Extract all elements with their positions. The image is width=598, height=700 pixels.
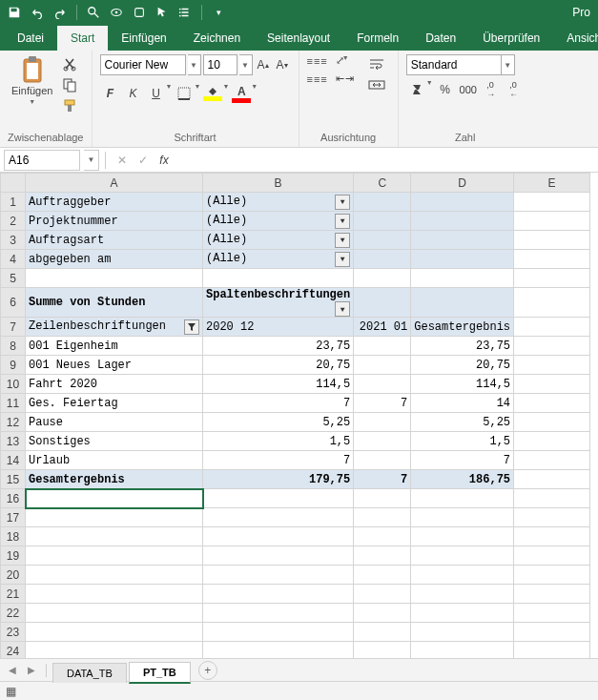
cell-D9[interactable]: 20,75 — [411, 356, 514, 375]
cell-C22[interactable] — [354, 604, 411, 623]
decrease-font-button[interactable]: A▾ — [274, 54, 291, 75]
tab-daten[interactable]: Daten — [412, 26, 469, 51]
cell-B24[interactable] — [203, 642, 354, 659]
cell-B14[interactable]: 7 — [203, 451, 354, 470]
tab-datei[interactable]: Datei — [4, 26, 57, 51]
qat-preview-icon[interactable] — [106, 2, 127, 23]
cell-B8[interactable]: 23,75 — [203, 337, 354, 356]
cell-B4[interactable]: (Alle)▼ — [203, 250, 354, 269]
decrease-decimal-button[interactable]: ,0← — [504, 79, 525, 100]
cell-E6[interactable] — [514, 288, 590, 318]
cell-A14[interactable]: Urlaub — [26, 451, 203, 470]
tab-formeln[interactable]: Formeln — [343, 26, 412, 51]
underline-button[interactable]: U — [146, 83, 167, 104]
cell-A23[interactable] — [26, 623, 203, 642]
tab-seitenlayout[interactable]: Seitenlayout — [254, 26, 343, 51]
col-header-D[interactable]: D — [411, 174, 514, 193]
cell-E18[interactable] — [514, 527, 590, 546]
sheet-nav-prev-icon[interactable]: ◀ — [4, 662, 21, 679]
cell-D21[interactable] — [411, 585, 514, 604]
col-header-C[interactable]: C — [354, 174, 411, 193]
cell-C9[interactable] — [354, 356, 411, 375]
cell-D13[interactable]: 1,5 — [411, 432, 514, 451]
cell-B20[interactable] — [203, 566, 354, 585]
row-header-16[interactable]: 16 — [1, 489, 26, 508]
col-header-B[interactable]: B — [203, 174, 354, 193]
cell-A3[interactable]: Auftragsart — [26, 231, 203, 250]
font-color-dropdown-icon[interactable]: ▼ — [251, 83, 258, 104]
increase-decimal-button[interactable]: ,0→ — [481, 79, 502, 100]
cell-E20[interactable] — [514, 566, 590, 585]
border-button[interactable] — [174, 83, 195, 104]
row-header-10[interactable]: 10 — [1, 375, 26, 394]
cell-E24[interactable] — [514, 642, 590, 659]
cell-B6[interactable]: Spaltenbeschriftungen▼ — [203, 288, 354, 318]
name-box[interactable]: A16 — [4, 150, 80, 171]
cell-B3[interactable]: (Alle)▼ — [203, 231, 354, 250]
cell-A7[interactable]: Zeilenbeschriftungen — [26, 318, 203, 337]
cell-C12[interactable] — [354, 413, 411, 432]
cell-C14[interactable] — [354, 451, 411, 470]
cell-A11[interactable]: Ges. Feiertag — [26, 394, 203, 413]
number-format-dropdown-icon[interactable]: ▼ — [502, 54, 515, 75]
cell-E4[interactable] — [514, 250, 590, 269]
cell-B19[interactable] — [203, 546, 354, 566]
cell-B18[interactable] — [203, 527, 354, 546]
row-header-20[interactable]: 20 — [1, 566, 26, 585]
cell-A18[interactable] — [26, 527, 203, 546]
row-header-2[interactable]: 2 — [1, 212, 26, 231]
cell-C11[interactable]: 7 — [354, 394, 411, 413]
cell-B16[interactable] — [203, 489, 354, 508]
cell-A24[interactable] — [26, 642, 203, 659]
cell-D22[interactable] — [411, 604, 514, 623]
formula-input[interactable] — [175, 150, 598, 171]
row-header-5[interactable]: 5 — [1, 269, 26, 288]
cell-D6[interactable] — [411, 288, 514, 318]
cell-A15[interactable]: Gesamtergebnis — [26, 470, 203, 489]
cell-C17[interactable] — [354, 508, 411, 527]
row-header-9[interactable]: 9 — [1, 356, 26, 375]
merge-center-button[interactable] — [363, 75, 390, 94]
row-header-12[interactable]: 12 — [1, 413, 26, 432]
font-size-select[interactable]: 10 — [203, 54, 237, 75]
cell-A10[interactable]: Fahrt 2020 — [26, 375, 203, 394]
cell-A4[interactable]: abgegeben am — [26, 250, 203, 269]
cell-D24[interactable] — [411, 642, 514, 659]
qat-search-icon[interactable] — [83, 2, 104, 23]
row-header-23[interactable]: 23 — [1, 623, 26, 642]
cell-E22[interactable] — [514, 604, 590, 623]
font-size-dropdown-icon[interactable]: ▼ — [239, 54, 253, 75]
cell-B1[interactable]: (Alle)▼ — [203, 193, 354, 212]
cell-C15[interactable]: 7 — [354, 470, 411, 489]
fill-color-button[interactable] — [202, 83, 223, 104]
align-bottom-button[interactable]: ≡ — [320, 54, 326, 67]
row-header-13[interactable]: 13 — [1, 432, 26, 451]
filter-drop-1[interactable]: ▼ — [335, 195, 350, 210]
cell-D1[interactable] — [411, 193, 514, 212]
cell-D3[interactable] — [411, 231, 514, 250]
save-icon[interactable] — [4, 2, 25, 23]
col-labels-drop[interactable]: ▼ — [335, 301, 350, 317]
tab-ueberpruefen[interactable]: Überprüfen — [469, 26, 553, 51]
decrease-indent-button[interactable]: ⇤ — [336, 72, 344, 85]
cell-E3[interactable] — [514, 231, 590, 250]
increase-font-button[interactable]: A▴ — [255, 54, 272, 75]
cell-B17[interactable] — [203, 508, 354, 527]
cell-A9[interactable]: 001 Neues Lager — [26, 356, 203, 375]
cell-B15[interactable]: 179,75 — [203, 470, 354, 489]
spreadsheet-grid[interactable]: ABCDE1Auftraggeber(Alle)▼2Projektnummer(… — [0, 173, 598, 658]
cell-B2[interactable]: (Alle)▼ — [203, 212, 354, 231]
cell-A16[interactable] — [26, 489, 203, 508]
italic-button[interactable]: K — [123, 83, 144, 104]
increase-indent-button[interactable]: ⇥ — [345, 72, 354, 85]
format-painter-button[interactable] — [60, 96, 79, 115]
border-dropdown-icon[interactable]: ▼ — [194, 83, 200, 104]
row-header-4[interactable]: 4 — [1, 250, 26, 269]
cell-C21[interactable] — [354, 585, 411, 604]
row-header-14[interactable]: 14 — [1, 451, 26, 470]
cell-C6[interactable] — [354, 288, 411, 318]
cell-A21[interactable] — [26, 585, 203, 604]
cell-D7[interactable]: Gesamtergebnis — [411, 318, 514, 337]
sheet-tab-data[interactable]: DATA_TB — [52, 663, 127, 683]
wrap-text-button[interactable] — [363, 54, 390, 73]
